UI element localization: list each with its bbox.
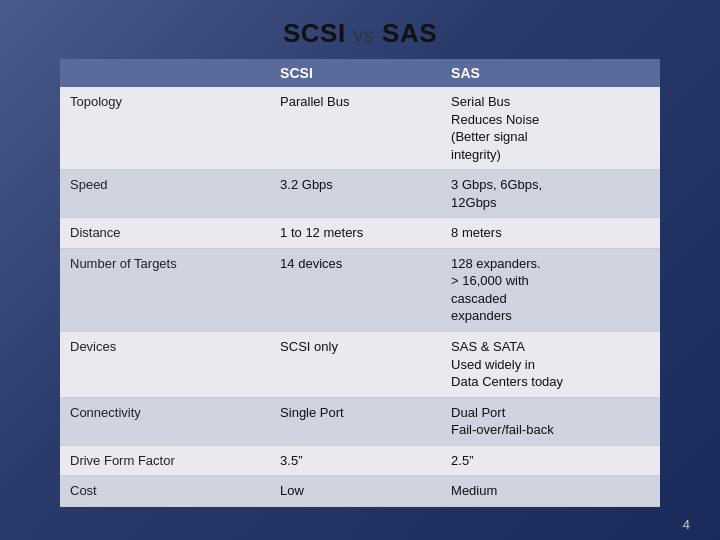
table-row: Speed3.2 Gbps3 Gbps, 6Gbps, 12Gbps (60, 170, 660, 218)
cell-sas: 2.5” (441, 445, 660, 476)
cell-sas: 128 expanders. > 16,000 with cascaded ex… (441, 248, 660, 331)
page-number: 4 (683, 517, 690, 532)
cell-feature: Cost (60, 476, 270, 507)
cell-feature: Distance (60, 218, 270, 249)
title-scsi: SCSI (283, 18, 346, 48)
table-row: CostLowMedium (60, 476, 660, 507)
cell-scsi: 1 to 12 meters (270, 218, 441, 249)
cell-sas: 3 Gbps, 6Gbps, 12Gbps (441, 170, 660, 218)
cell-sas: SAS & SATA Used widely in Data Centers t… (441, 332, 660, 398)
table-row: Distance1 to 12 meters8 meters (60, 218, 660, 249)
cell-feature: Speed (60, 170, 270, 218)
col-header-sas: SAS (441, 59, 660, 87)
table-row: DevicesSCSI onlySAS & SATA Used widely i… (60, 332, 660, 398)
cell-feature: Devices (60, 332, 270, 398)
table-row: Number of Targets14 devices128 expanders… (60, 248, 660, 331)
page-title: SCSI vs SAS (0, 0, 720, 59)
cell-scsi: 14 devices (270, 248, 441, 331)
cell-feature: Connectivity (60, 397, 270, 445)
cell-sas: Medium (441, 476, 660, 507)
cell-feature: Topology (60, 87, 270, 170)
table-header-row: SCSI SAS (60, 59, 660, 87)
table-row: Drive Form Factor3.5”2.5” (60, 445, 660, 476)
cell-sas: Serial Bus Reduces Noise (Better signal … (441, 87, 660, 170)
comparison-table-wrapper: SCSI SAS TopologyParallel BusSerial Bus … (60, 59, 660, 507)
cell-scsi: Single Port (270, 397, 441, 445)
cell-scsi: 3.2 Gbps (270, 170, 441, 218)
table-row: ConnectivitySingle PortDual Port Fail-ov… (60, 397, 660, 445)
cell-scsi: SCSI only (270, 332, 441, 398)
comparison-table: SCSI SAS TopologyParallel BusSerial Bus … (60, 59, 660, 507)
col-header-feature (60, 59, 270, 87)
cell-feature: Number of Targets (60, 248, 270, 331)
cell-sas: Dual Port Fail-over/fail-back (441, 397, 660, 445)
cell-scsi: Parallel Bus (270, 87, 441, 170)
col-header-scsi: SCSI (270, 59, 441, 87)
cell-feature: Drive Form Factor (60, 445, 270, 476)
cell-scsi: 3.5” (270, 445, 441, 476)
cell-sas: 8 meters (441, 218, 660, 249)
cell-scsi: Low (270, 476, 441, 507)
table-row: TopologyParallel BusSerial Bus Reduces N… (60, 87, 660, 170)
title-sas: SAS (382, 18, 437, 48)
title-vs: vs (353, 24, 374, 46)
